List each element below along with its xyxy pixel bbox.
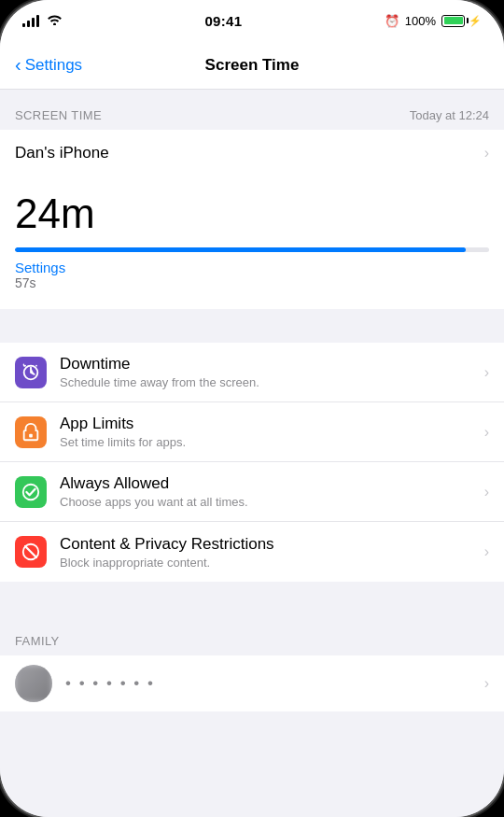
phone-frame: 09:41 ⏰ 100% ⚡ ‹ Settings Screen Time SC… [0, 0, 504, 817]
status-left [22, 13, 63, 28]
bottom-spacer [0, 711, 504, 749]
svg-point-4 [23, 485, 39, 500]
app-limits-chevron-icon: › [484, 424, 489, 441]
app-limits-row[interactable]: App Limits Set time limits for apps. › [0, 402, 504, 462]
content-privacy-text: Content & Privacy Restrictions Block ina… [60, 535, 484, 570]
always-allowed-subtitle: Choose apps you want at all times. [60, 495, 484, 509]
downtime-icon [15, 357, 47, 388]
app-limits-title: App Limits [60, 415, 484, 433]
always-allowed-chevron-icon: › [484, 484, 489, 500]
usage-progress-fill [15, 247, 466, 252]
nav-title: Screen Time [205, 56, 300, 75]
svg-point-2 [35, 365, 37, 367]
downtime-text: Downtime Schedule time away from the scr… [60, 355, 484, 389]
top-app-time: 57s [15, 275, 489, 290]
content-privacy-title: Content & Privacy Restrictions [60, 535, 484, 554]
signal-bars-icon [22, 14, 39, 27]
back-label: Settings [25, 56, 82, 75]
nav-bar: ‹ Settings Screen Time [0, 41, 504, 90]
always-allowed-row[interactable]: Always Allowed Choose apps you want at a… [0, 462, 504, 522]
wifi-icon [47, 13, 63, 28]
content-privacy-subtitle: Block inappropriate content. [60, 556, 484, 570]
scroll-area[interactable]: SCREEN TIME Today at 12:24 Dan's iPhone … [0, 90, 504, 817]
device-name-content: Dan's iPhone [15, 144, 484, 162]
top-app-row[interactable]: Settings 57s [15, 260, 489, 290]
total-time: 24m [15, 191, 489, 236]
alarm-icon: ⏰ [385, 14, 399, 28]
top-app-name: Settings [15, 260, 489, 275]
svg-line-6 [25, 546, 36, 557]
family-card: • • • • • • • › [0, 655, 504, 711]
downtime-chevron-icon: › [484, 364, 489, 381]
status-right: ⏰ 100% ⚡ [385, 14, 482, 28]
app-limits-text: App Limits Set time limits for apps. [60, 415, 484, 449]
battery-percent: 100% [405, 14, 436, 28]
downtime-subtitle: Schedule time away from the screen. [60, 375, 484, 389]
svg-point-1 [24, 365, 26, 367]
downtime-row[interactable]: Downtime Schedule time away from the scr… [0, 343, 504, 402]
always-allowed-icon [15, 476, 47, 508]
app-limits-subtitle: Set time limits for apps. [60, 435, 484, 449]
family-member-name: • • • • • • • [65, 674, 484, 693]
spacer-1 [0, 309, 504, 343]
always-allowed-text: Always Allowed Choose apps you want at a… [60, 474, 484, 509]
content-privacy-chevron-icon: › [484, 543, 489, 560]
family-label: FAMILY [15, 634, 60, 648]
back-chevron-icon: ‹ [15, 54, 21, 76]
battery-icon: ⚡ [441, 15, 482, 27]
avatar [15, 665, 52, 702]
screen-time-label: SCREEN TIME [15, 108, 102, 122]
app-limits-icon [15, 416, 47, 448]
content-privacy-icon [15, 536, 47, 568]
family-member-row[interactable]: • • • • • • • › [0, 655, 504, 711]
back-button[interactable]: ‹ Settings [15, 55, 82, 76]
device-card: Dan's iPhone › [0, 130, 504, 176]
device-row[interactable]: Dan's iPhone › [0, 130, 504, 176]
status-bar: 09:41 ⏰ 100% ⚡ [0, 0, 504, 41]
family-member-chevron-icon: › [484, 675, 489, 692]
spacer-2 [0, 582, 504, 615]
always-allowed-title: Always Allowed [60, 474, 484, 493]
screen-time-timestamp: Today at 12:24 [410, 108, 489, 122]
device-name: Dan's iPhone [15, 144, 109, 162]
device-chevron-icon: › [484, 145, 489, 162]
downtime-title: Downtime [60, 355, 484, 373]
svg-rect-3 [29, 434, 33, 438]
usage-progress-bar [15, 247, 489, 252]
content-privacy-row[interactable]: Content & Privacy Restrictions Block ina… [0, 522, 504, 582]
menu-card: Downtime Schedule time away from the scr… [0, 343, 504, 582]
screen-time-section-header: SCREEN TIME Today at 12:24 [0, 90, 504, 130]
family-section-header: FAMILY [0, 615, 504, 655]
usage-card: 24m Settings 57s [0, 176, 504, 309]
status-time: 09:41 [204, 13, 242, 29]
